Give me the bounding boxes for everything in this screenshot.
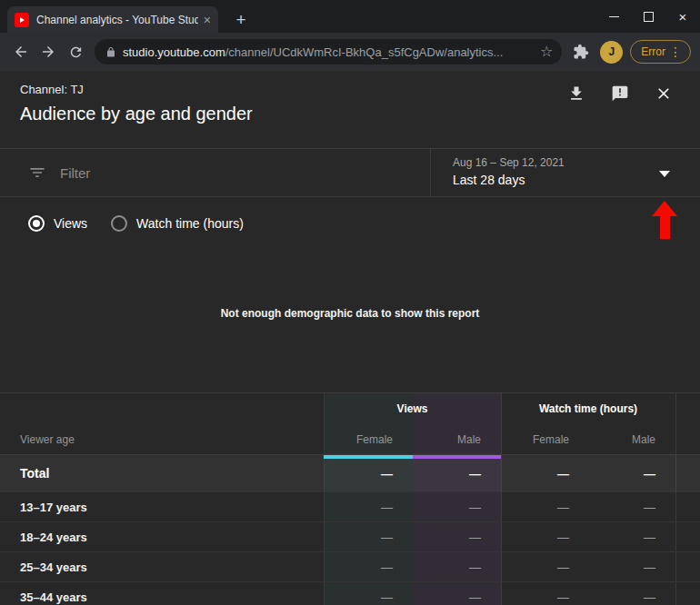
url-domain: studio.youtube.com	[123, 45, 225, 59]
annotation-arrow-head	[652, 201, 677, 216]
minimize-button[interactable]	[596, 0, 631, 33]
window-close-button[interactable]: ×	[665, 0, 700, 33]
tab-close-icon[interactable]: ×	[204, 14, 211, 26]
viewer-age-header: Viewer age	[0, 424, 324, 454]
radio-selected-icon[interactable]	[28, 215, 45, 232]
cell-value: —	[557, 467, 569, 481]
browser-toolbar: studio.youtube.com /channel/UCdkWmRcI-Bk…	[0, 33, 700, 71]
browser-tab[interactable]: Channel analytics - YouTube Stud ×	[7, 6, 218, 33]
puzzle-icon	[573, 44, 589, 60]
spacer-cell	[675, 455, 700, 491]
empty-state-message: Not enough demographic data to show this…	[0, 307, 700, 320]
date-range-text: Aug 16 – Sep 12, 2021	[453, 156, 700, 169]
cell-value: —	[501, 582, 589, 605]
radio-watch-time-label: Watch time (hours)	[136, 216, 244, 231]
cell-value: —	[324, 492, 413, 521]
back-icon	[13, 44, 29, 60]
profile-avatar[interactable]: J	[600, 41, 623, 64]
date-range-selector[interactable]: Aug 16 – Sep 12, 2021 Last 28 days	[430, 149, 700, 196]
annotation-arrow-shaft	[660, 216, 670, 239]
cell-value: —	[381, 467, 393, 481]
spacer-cell	[0, 393, 324, 424]
error-badge: Error	[641, 45, 665, 58]
radio-watch-time[interactable]: Watch time (hours)	[111, 215, 244, 232]
row-label: 13–17 years	[0, 492, 324, 521]
download-button[interactable]	[566, 84, 586, 104]
row-label: 25–34 years	[0, 552, 324, 581]
filter-input[interactable]: Filter	[0, 149, 90, 196]
youtube-favicon-icon	[15, 13, 29, 27]
reload-icon	[68, 45, 84, 60]
bookmark-star-icon[interactable]: ☆	[540, 45, 553, 59]
cell-value: —	[413, 552, 501, 581]
views-male-header: Male	[413, 424, 501, 454]
cell-value: —	[413, 492, 501, 521]
annotation-arrow	[652, 201, 677, 239]
cell-value: —	[324, 582, 413, 605]
filter-bar: Filter Aug 16 – Sep 12, 2021 Last 28 day…	[0, 148, 700, 197]
total-views-male-cell: —	[413, 455, 501, 491]
feedback-button[interactable]	[610, 84, 630, 104]
window-controls: ×	[596, 0, 700, 33]
extensions-button[interactable]	[569, 40, 593, 64]
new-tab-button[interactable]: +	[229, 8, 253, 32]
minimize-icon	[609, 16, 619, 17]
radio-unselected-icon[interactable]	[111, 215, 127, 232]
column-header-row: Viewer age Female Male Female Male	[0, 424, 700, 455]
total-views-female-cell: —	[324, 455, 413, 491]
url-bar[interactable]: studio.youtube.com /channel/UCdkWmRcI-Bk…	[95, 39, 562, 64]
metric-toggle: Views Watch time (hours)	[0, 207, 244, 240]
spacer-cell	[675, 552, 700, 581]
table-row: 13–17 years — — — —	[0, 491, 700, 521]
total-watch-male-cell: —	[589, 455, 675, 491]
reload-button[interactable]	[62, 38, 89, 65]
cell-value: —	[413, 522, 501, 551]
url-path: /channel/UCdkWmRcI-BkhQa_s5fCgADw/analyt…	[225, 45, 535, 59]
forward-icon	[40, 44, 56, 60]
spacer-cell	[675, 492, 700, 521]
channel-label: Channel: TJ	[20, 83, 84, 96]
spacer-cell	[675, 393, 700, 424]
back-button[interactable]	[7, 38, 35, 65]
close-icon	[655, 84, 673, 103]
cell-value: —	[501, 492, 589, 521]
maximize-button[interactable]	[631, 0, 665, 33]
cell-value: —	[589, 522, 675, 551]
tab-title: Channel analytics - YouTube Stud	[36, 14, 198, 26]
male-series-bar	[413, 455, 501, 459]
group-header-row: Views Watch time (hours)	[0, 393, 700, 424]
cell-value: —	[644, 467, 655, 481]
row-label: 35–44 years	[0, 582, 324, 605]
total-watch-female-cell: —	[501, 455, 589, 491]
page-title: Audience by age and gender	[20, 104, 253, 124]
filter-icon	[28, 164, 46, 182]
row-label: 18–24 years	[0, 522, 324, 551]
table-row: 18–24 years — — — —	[0, 521, 700, 551]
views-female-header: Female	[324, 424, 413, 454]
kebab-menu-icon[interactable]: ⋮	[665, 45, 685, 58]
table-row: 25–34 years — — — —	[0, 551, 700, 581]
female-series-bar	[324, 455, 413, 459]
cell-value: —	[589, 552, 675, 581]
views-group-header: Views	[324, 393, 501, 424]
radio-views[interactable]: Views	[28, 215, 87, 232]
chevron-down-icon[interactable]	[659, 171, 670, 177]
forward-button[interactable]	[35, 38, 62, 65]
filter-placeholder: Filter	[60, 165, 90, 181]
watch-time-group-header: Watch time (hours)	[501, 393, 675, 424]
maximize-icon	[644, 12, 654, 22]
close-panel-button[interactable]	[654, 84, 674, 104]
table-row-total: Total — — — —	[0, 455, 700, 491]
browser-error-menu[interactable]: Error ⋮	[630, 40, 691, 64]
lock-icon	[105, 46, 116, 58]
table-row: 35–44 years — — — —	[0, 581, 700, 605]
browser-titlebar: Channel analytics - YouTube Stud × + ×	[0, 0, 700, 33]
watch-female-header: Female	[501, 424, 589, 454]
panel-actions	[566, 84, 674, 104]
row-label: Total	[0, 455, 324, 491]
download-icon	[567, 84, 585, 103]
cell-value: —	[589, 582, 675, 605]
cell-value: —	[413, 582, 501, 605]
radio-views-label: Views	[54, 216, 87, 231]
studio-analytics-panel: Channel: TJ Audience by age and gender F…	[0, 71, 700, 605]
